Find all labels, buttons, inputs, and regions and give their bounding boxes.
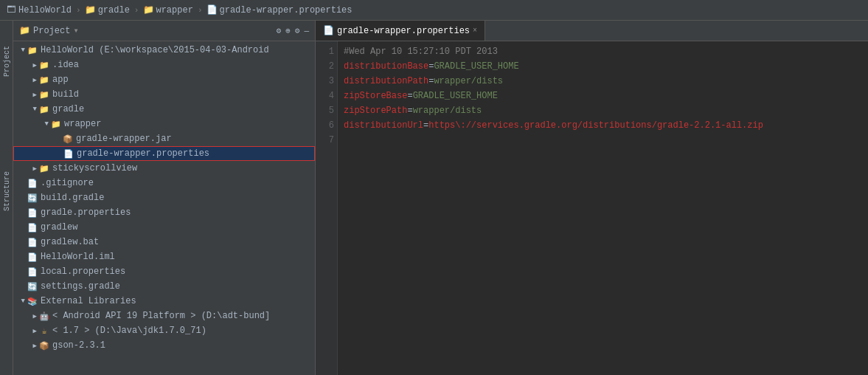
tree-arrow-wrapper: ▼ bbox=[16, 120, 49, 128]
line-num-4: 4 bbox=[316, 89, 334, 103]
line-numbers: 1234567 bbox=[316, 41, 338, 375]
tree-icon-stickyscrollview: 📁 bbox=[38, 164, 50, 173]
structure-strip-label[interactable]: Structure bbox=[1, 168, 13, 214]
sync-icon[interactable]: ⚙ bbox=[277, 26, 282, 35]
tree-item-settings-gradle[interactable]: 🔄settings.gradle bbox=[13, 279, 315, 294]
tree-label-jdk: < 1.7 > (D:\Java\jdk1.7.0_71) bbox=[52, 326, 206, 336]
add-icon[interactable]: ⊕ bbox=[285, 26, 291, 35]
tree-item-android-api[interactable]: ▶🤖< Android API 19 Platform > (D:\adt-bu… bbox=[13, 309, 315, 323]
code-val-5: wrapper/dists bbox=[413, 106, 482, 116]
project-panel: 📁 Project ▾ ⚙ ⊕ ⚙ — ▼📁HelloWorld (E:\wor… bbox=[13, 21, 316, 375]
line-num-5: 5 bbox=[316, 103, 334, 118]
tree-label-gitignore: .gitignore bbox=[41, 178, 94, 188]
title-bar: 🗔 HelloWorld › 📁 gradle › 📁 wrapper › 📄 … bbox=[0, 0, 868, 21]
code-val-4: GRADLE_USER_HOME bbox=[413, 91, 498, 101]
minimize-icon[interactable]: — bbox=[304, 27, 309, 35]
project-strip-label[interactable]: Project bbox=[1, 43, 13, 80]
tree-arrow-gradle: ▼ bbox=[16, 106, 37, 113]
tab-file-icon: 📄 bbox=[323, 25, 334, 36]
tree-arrow-stickyscrollview: ▶ bbox=[16, 165, 37, 173]
tree-arrow-idea: ▶ bbox=[16, 61, 37, 69]
tree-icon-android-api: 🤖 bbox=[38, 312, 50, 321]
tree-item-build-gradle[interactable]: 🔄build.gradle bbox=[13, 190, 315, 205]
left-strips: Project Structure bbox=[0, 21, 13, 375]
code-line-4: zipStoreBase=GRADLE_USER_HOME bbox=[344, 89, 862, 103]
tree-item-wrapper[interactable]: ▼📁wrapper bbox=[13, 117, 315, 131]
tree-item-jdk[interactable]: ▶☕< 1.7 > (D:\Java\jdk1.7.0_71) bbox=[13, 323, 315, 338]
tree-icon-idea: 📁 bbox=[38, 61, 50, 70]
tree-item-helloworld-iml[interactable]: 📄HelloWorld.iml bbox=[13, 250, 315, 264]
tree-item-gradle-properties[interactable]: 📄gradle.properties bbox=[13, 205, 315, 220]
editor-tabs: 📄 gradle-wrapper.properties × bbox=[316, 21, 868, 41]
tree-label-helloworldroot: HelloWorld (E:\workspace\2015-04-03-Andr… bbox=[41, 45, 269, 55]
tree-item-helloworldroot[interactable]: ▼📁HelloWorld (E:\workspace\2015-04-03-An… bbox=[13, 43, 315, 58]
code-area[interactable]: #Wed Apr 10 15:27:10 PDT 2013distributio… bbox=[338, 41, 868, 375]
editor-panel: 📄 gradle-wrapper.properties × 1234567 #W… bbox=[316, 21, 868, 375]
file-icon-title: 📄 bbox=[206, 5, 217, 16]
editor-tab-active[interactable]: 📄 gradle-wrapper.properties × bbox=[316, 21, 485, 41]
tree-label-build: build bbox=[52, 89, 79, 100]
tree-icon-gitignore: 📄 bbox=[27, 179, 38, 188]
folder-icon-1: 📁 bbox=[86, 5, 96, 16]
tree-item-local-properties[interactable]: 📄local.properties bbox=[13, 264, 315, 279]
panel-icon: 📁 bbox=[19, 25, 30, 36]
tree-item-gradle-wrapper-properties[interactable]: 📄gradle-wrapper.properties bbox=[13, 146, 315, 161]
code-line-1: #Wed Apr 10 15:27:10 PDT 2013 bbox=[344, 44, 862, 59]
tree-item-app[interactable]: ▶📁app bbox=[13, 72, 315, 87]
line-num-2: 2 bbox=[316, 59, 334, 74]
main-layout: Project Structure 📁 Project ▾ ⚙ ⊕ ⚙ — ▼📁… bbox=[0, 21, 868, 375]
tree-item-gson[interactable]: ▶📦gson-2.3.1 bbox=[13, 338, 315, 353]
code-key-4: zipStoreBase bbox=[344, 91, 407, 101]
title-breadcrumb-wrapper: 📁 wrapper bbox=[143, 5, 192, 16]
tree-arrow-app: ▶ bbox=[16, 76, 37, 84]
tree-label-gradlew: gradlew bbox=[41, 222, 77, 233]
tree-item-gradle-wrapper-jar[interactable]: 📦gradle-wrapper.jar bbox=[13, 131, 315, 146]
tree-arrow-build: ▶ bbox=[16, 91, 37, 99]
tree-icon-build: 📁 bbox=[38, 90, 50, 100]
code-comment-1: #Wed Apr 10 15:27:10 PDT 2013 bbox=[344, 47, 498, 57]
tree-label-helloworld-iml: HelloWorld.iml bbox=[41, 252, 115, 262]
tree-arrow-gson: ▶ bbox=[16, 342, 37, 350]
tree-label-build-gradle: build.gradle bbox=[41, 193, 104, 203]
editor-content: 1234567 #Wed Apr 10 15:27:10 PDT 2013dis… bbox=[316, 41, 868, 375]
file-tree[interactable]: ▼📁HelloWorld (E:\workspace\2015-04-03-An… bbox=[13, 41, 315, 375]
title-breadcrumb-helloworld: 🗔 HelloWorld bbox=[6, 5, 72, 16]
code-url-key-6: distributionUrl bbox=[344, 120, 423, 131]
tree-arrow-android-api: ▶ bbox=[16, 312, 37, 320]
tree-icon-helloworldroot: 📁 bbox=[27, 46, 38, 55]
tab-close-button[interactable]: × bbox=[473, 27, 477, 35]
tree-item-gradle[interactable]: ▼📁gradle bbox=[13, 102, 315, 117]
line-num-3: 3 bbox=[316, 74, 334, 89]
tree-label-external-libraries: External Libraries bbox=[41, 296, 136, 306]
tree-label-gradle-wrapper-properties: gradle-wrapper.properties bbox=[77, 148, 209, 159]
tree-item-gradlew-bat[interactable]: 📄gradlew.bat bbox=[13, 235, 315, 250]
tree-item-gradlew[interactable]: 📄gradlew bbox=[13, 220, 315, 235]
tree-icon-build-gradle: 🔄 bbox=[27, 193, 38, 203]
tree-icon-gradle-wrapper-properties: 📄 bbox=[63, 149, 74, 159]
tree-arrow-helloworldroot: ▼ bbox=[16, 47, 25, 54]
tree-label-wrapper: wrapper bbox=[64, 119, 101, 129]
tree-item-build[interactable]: ▶📁build bbox=[13, 87, 315, 102]
panel-title: 📁 Project ▾ bbox=[19, 25, 79, 36]
tree-item-gitignore[interactable]: 📄.gitignore bbox=[13, 176, 315, 190]
tree-label-gson: gson-2.3.1 bbox=[52, 340, 105, 351]
tree-label-local-properties: local.properties bbox=[41, 266, 125, 277]
code-val-3: wrapper/dists bbox=[434, 76, 503, 86]
settings-icon[interactable]: ⚙ bbox=[295, 26, 300, 35]
code-line-5: zipStorePath=wrapper/dists bbox=[344, 103, 862, 118]
line-num-1: 1 bbox=[316, 44, 334, 59]
code-line-6: distributionUrl=https\://services.gradle… bbox=[344, 118, 862, 133]
tree-icon-gradle-wrapper-jar: 📦 bbox=[62, 134, 74, 144]
tree-icon-external-libraries: 📚 bbox=[27, 297, 38, 306]
tree-label-gradle-wrapper-jar: gradle-wrapper.jar bbox=[76, 134, 172, 144]
tree-label-gradlew-bat: gradlew.bat bbox=[41, 237, 99, 247]
code-val-2: GRADLE_USER_HOME bbox=[434, 61, 518, 72]
tree-icon-gradle: 📁 bbox=[38, 105, 50, 114]
tree-item-idea[interactable]: ▶📁.idea bbox=[13, 58, 315, 72]
tree-item-stickyscrollview[interactable]: ▶📁stickyscrollview bbox=[13, 161, 315, 176]
panel-dropdown[interactable]: ▾ bbox=[73, 25, 78, 36]
tree-icon-wrapper: 📁 bbox=[50, 120, 62, 129]
code-key-3: distributionPath bbox=[344, 76, 428, 86]
tree-label-stickyscrollview: stickyscrollview bbox=[52, 163, 137, 173]
tree-item-external-libraries[interactable]: ▼📚External Libraries bbox=[13, 294, 315, 309]
